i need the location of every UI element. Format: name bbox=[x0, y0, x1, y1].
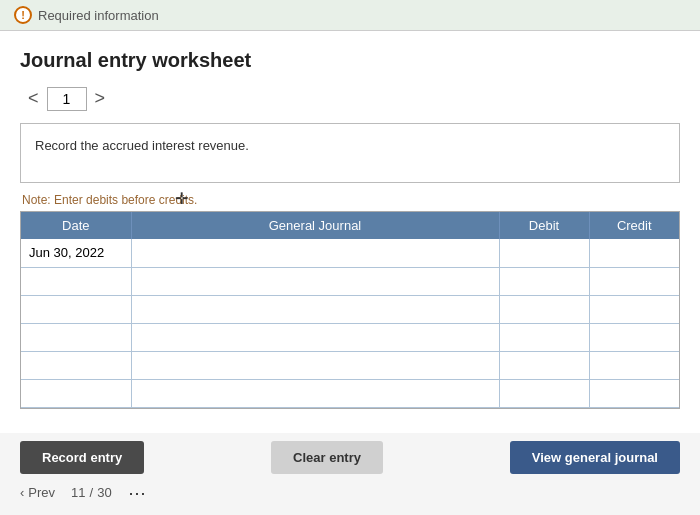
required-bar: ! Required information bbox=[0, 0, 700, 31]
table-row: Jun 30, 2022 bbox=[21, 239, 679, 267]
table-row bbox=[21, 351, 679, 379]
cell-credit[interactable] bbox=[589, 351, 679, 379]
prev-nav[interactable]: ‹ Prev bbox=[20, 485, 55, 500]
header-debit: Debit bbox=[499, 212, 589, 239]
cell-date[interactable] bbox=[21, 351, 131, 379]
cell-journal[interactable] bbox=[131, 379, 499, 407]
cell-debit[interactable] bbox=[499, 267, 589, 295]
bottom-nav: ‹ Prev 11 / 30 ⋯ bbox=[0, 474, 700, 512]
action-buttons: Record entry Clear entry View general jo… bbox=[0, 433, 700, 474]
cell-credit[interactable] bbox=[589, 267, 679, 295]
cell-date[interactable] bbox=[21, 323, 131, 351]
worksheet-title: Journal entry worksheet bbox=[20, 49, 680, 72]
required-text: Required information bbox=[38, 8, 159, 23]
cell-debit[interactable] bbox=[499, 295, 589, 323]
header-date: Date bbox=[21, 212, 131, 239]
prev-arrow-icon: ‹ bbox=[20, 485, 24, 500]
cell-journal[interactable] bbox=[131, 323, 499, 351]
clear-entry-button[interactable]: Clear entry bbox=[271, 441, 383, 474]
cell-debit[interactable] bbox=[499, 351, 589, 379]
page-numbers: 11 / 30 bbox=[71, 485, 112, 500]
move-cursor-icon: ✛ bbox=[175, 189, 188, 208]
nav-dots: ⋯ bbox=[128, 482, 148, 504]
instruction-text: Record the accrued interest revenue. bbox=[35, 138, 249, 153]
cell-credit[interactable] bbox=[589, 379, 679, 407]
table-row bbox=[21, 295, 679, 323]
total-pages: 30 bbox=[97, 485, 111, 500]
cell-date[interactable] bbox=[21, 379, 131, 407]
prev-tab-arrow[interactable]: < bbox=[20, 86, 47, 111]
cell-debit[interactable] bbox=[499, 239, 589, 267]
cell-credit[interactable] bbox=[589, 295, 679, 323]
cell-date[interactable]: Jun 30, 2022 bbox=[21, 239, 131, 267]
cell-journal[interactable] bbox=[131, 267, 499, 295]
slash: / bbox=[90, 485, 94, 500]
current-page: 11 bbox=[71, 485, 85, 500]
cell-date[interactable] bbox=[21, 295, 131, 323]
cell-credit[interactable] bbox=[589, 239, 679, 267]
cell-journal[interactable] bbox=[131, 295, 499, 323]
cell-debit[interactable] bbox=[499, 379, 589, 407]
prev-label: Prev bbox=[28, 485, 55, 500]
cell-journal[interactable] bbox=[131, 239, 499, 267]
cell-credit[interactable] bbox=[589, 323, 679, 351]
table-header-row: Date General Journal Debit Credit bbox=[21, 212, 679, 239]
instruction-box: Record the accrued interest revenue. bbox=[20, 123, 680, 183]
required-icon: ! bbox=[14, 6, 32, 24]
page: ! Required information Journal entry wor… bbox=[0, 0, 700, 515]
cell-journal[interactable] bbox=[131, 351, 499, 379]
table-row bbox=[21, 323, 679, 351]
cell-date[interactable] bbox=[21, 267, 131, 295]
tab-navigation: < 1 > bbox=[20, 86, 680, 111]
table-row bbox=[21, 267, 679, 295]
note-text: Note: Enter debits before credits. bbox=[20, 193, 680, 207]
header-general-journal: General Journal bbox=[131, 212, 499, 239]
table-row bbox=[21, 379, 679, 407]
main-content: Journal entry worksheet < 1 > Record the… bbox=[0, 31, 700, 433]
journal-table: Date General Journal Debit Credit Jun 30… bbox=[21, 212, 679, 408]
journal-table-wrapper: Date General Journal Debit Credit Jun 30… bbox=[20, 211, 680, 409]
next-tab-arrow[interactable]: > bbox=[87, 86, 114, 111]
current-tab[interactable]: 1 bbox=[47, 87, 87, 111]
record-entry-button[interactable]: Record entry bbox=[20, 441, 144, 474]
view-general-journal-button[interactable]: View general journal bbox=[510, 441, 680, 474]
header-credit: Credit bbox=[589, 212, 679, 239]
cell-debit[interactable] bbox=[499, 323, 589, 351]
